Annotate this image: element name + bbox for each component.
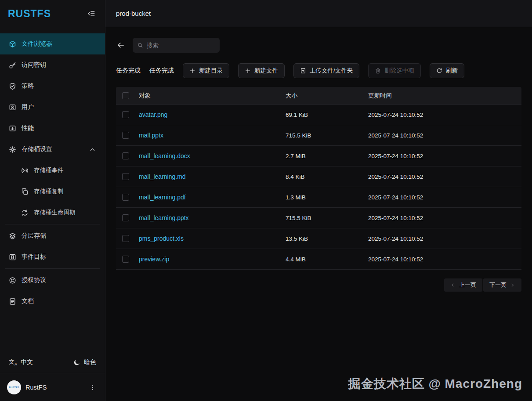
row-checkbox[interactable] [122, 235, 129, 242]
sidebar-item-label: 访问密钥 [22, 61, 46, 69]
sidebar-item-file-browser[interactable]: 文件浏览器 [0, 33, 105, 54]
row-checkbox[interactable] [122, 152, 129, 159]
theme-toggle[interactable]: 暗色 [73, 358, 96, 366]
collapse-icon [87, 10, 95, 18]
sidebar-item-event-targets[interactable]: 事件目标 [0, 246, 105, 267]
sidebar-item-access-keys[interactable]: 访问密钥 [0, 54, 105, 76]
column-header: 更新时间 [368, 92, 521, 100]
table-row: mall_learning.md8.4 KiB2025-07-24 10:10:… [116, 166, 521, 187]
column-header: 对象 [139, 92, 286, 100]
checkbox-cell [116, 92, 139, 99]
search-box[interactable] [133, 38, 220, 53]
sidebar-item-bucket-events[interactable]: 存储桶事件 [0, 160, 105, 181]
back-button[interactable] [116, 40, 126, 50]
file-link[interactable]: mall_learning.md [139, 173, 186, 180]
next-page-button[interactable]: 下一页 [483, 278, 521, 292]
row-checkbox[interactable] [122, 132, 129, 139]
sidebar-item-users[interactable]: 用户 [0, 97, 105, 118]
file-size: 715.5 KiB [286, 132, 368, 139]
more-menu-button[interactable] [87, 382, 98, 393]
user-icon [9, 104, 16, 111]
refresh-button[interactable]: 刷新 [430, 63, 464, 78]
file-link[interactable]: mall_learning.pdf [139, 194, 186, 201]
lifecycle-icon [21, 209, 29, 217]
new-folder-button[interactable]: 新建目录 [183, 63, 229, 78]
avatar-text: RUSTFS [9, 386, 19, 389]
trash-icon [375, 68, 381, 74]
prev-page-button[interactable]: 上一页 [444, 278, 482, 292]
sidebar-item-label: 文件浏览器 [22, 40, 52, 48]
broadcast-icon [21, 167, 29, 174]
sidebar-divider [5, 268, 100, 269]
watermark: 掘金技术社区 @ MacroZheng [348, 376, 522, 392]
file-name-cell: mall_learning.pdf [139, 194, 286, 201]
chart-icon [9, 125, 16, 132]
sidebar-item-label: 性能 [22, 124, 34, 132]
sidebar-item-label: 存储桶生命周期 [34, 209, 76, 217]
sidebar-item-tiered-storage[interactable]: 分层存储 [0, 225, 105, 246]
search-input[interactable] [147, 42, 215, 49]
upload-files-button[interactable]: 上传文件/文件夹 [293, 63, 359, 78]
file-link[interactable]: pms_product.xls [139, 235, 184, 242]
checkbox-cell [116, 111, 139, 118]
select-all-checkbox[interactable] [122, 92, 129, 99]
file-updated: 2025-07-24 10:10:52 [368, 132, 521, 139]
column-header: 大小 [286, 92, 368, 100]
content: 任务完成任务完成新建目录新建文件上传文件/文件夹删除选中项刷新 对象大小更新时间… [105, 27, 532, 401]
sidebar-item-bucket-replication[interactable]: 存储桶复制 [0, 181, 105, 202]
file-size: 2.7 MiB [286, 153, 368, 159]
sidebar-preferences: 文A 中文 暗色 [0, 351, 105, 373]
file-link[interactable]: avatar.png [139, 111, 167, 118]
sidebar-item-performance[interactable]: 性能 [0, 118, 105, 139]
table-row: pms_product.xls13.5 KiB2025-07-24 10:10:… [116, 228, 521, 249]
key-icon [9, 61, 16, 69]
checkbox-cell [116, 152, 139, 159]
file-name-cell: mall_learning.docx [139, 152, 286, 159]
language-switcher[interactable]: 文A 中文 [9, 358, 33, 366]
account-name: RustFS [25, 384, 47, 391]
sidebar-collapse-button[interactable] [86, 8, 97, 19]
file-size: 1.3 MiB [286, 194, 368, 201]
sidebar: RUSTFS 文件浏览器访问密钥策略用户性能存储桶设置存储桶事件存储桶复制存储桶… [0, 0, 105, 401]
sidebar-item-policies[interactable]: 策略 [0, 76, 105, 97]
checkbox-cell [116, 214, 139, 221]
delete-selected-button[interactable]: 删除选中项 [368, 63, 421, 78]
file-link[interactable]: mall.pptx [139, 132, 163, 139]
sidebar-item-label: 用户 [22, 103, 34, 111]
file-link[interactable]: preview.zip [139, 256, 169, 263]
table-row: mall.pptx715.5 KiB2025-07-24 10:10:52 [116, 125, 521, 146]
row-checkbox[interactable] [122, 173, 129, 180]
sidebar-item-license[interactable]: 授权协议 [0, 270, 105, 291]
row-checkbox[interactable] [122, 194, 129, 201]
checkbox-cell [116, 256, 139, 263]
table-row: preview.zip4.4 MiB2025-07-24 10:10:52 [116, 249, 521, 270]
row-checkbox[interactable] [122, 111, 129, 118]
sidebar-item-label: 分层存储 [22, 232, 46, 240]
button-label: 新建文件 [254, 67, 278, 75]
sidebar-footer: RUSTFS RustFS [0, 373, 105, 401]
file-link[interactable]: mall_learning.docx [139, 152, 190, 159]
row-checkbox[interactable] [122, 256, 129, 263]
plus-icon [189, 68, 195, 74]
document-icon [9, 298, 16, 305]
new-file-button[interactable]: 新建文件 [238, 63, 285, 78]
file-size: 4.4 MiB [286, 256, 368, 263]
sidebar-item-bucket-lifecycle[interactable]: 存储桶生命周期 [0, 202, 105, 223]
row-checkbox[interactable] [122, 214, 129, 221]
layers-icon [9, 232, 16, 240]
bucket-title: prod-bucket [116, 10, 151, 17]
file-name-cell: mall.pptx [139, 132, 286, 139]
table-row: mall_learning.docx2.7 MiB2025-07-24 10:1… [116, 146, 521, 166]
sidebar-item-label: 文档 [22, 297, 34, 305]
sidebar-divider [5, 224, 100, 224]
table-row: avatar.png69.1 KiB2025-07-24 10:10:52 [116, 105, 521, 125]
sidebar-item-docs[interactable]: 文档 [0, 291, 105, 312]
file-name-cell: mall_learning.pptx [139, 214, 286, 221]
gear-icon [9, 146, 16, 153]
checkbox-cell [116, 173, 139, 180]
file-link[interactable]: mall_learning.pptx [139, 214, 189, 221]
sidebar-item-bucket-settings[interactable]: 存储桶设置 [0, 139, 105, 160]
main: prod-bucket 任务完成任务完成新建目录新建文件上传文件/文件夹删除选中… [105, 0, 532, 401]
bookmark-icon [9, 253, 16, 261]
sidebar-header: RUSTFS [0, 0, 105, 27]
